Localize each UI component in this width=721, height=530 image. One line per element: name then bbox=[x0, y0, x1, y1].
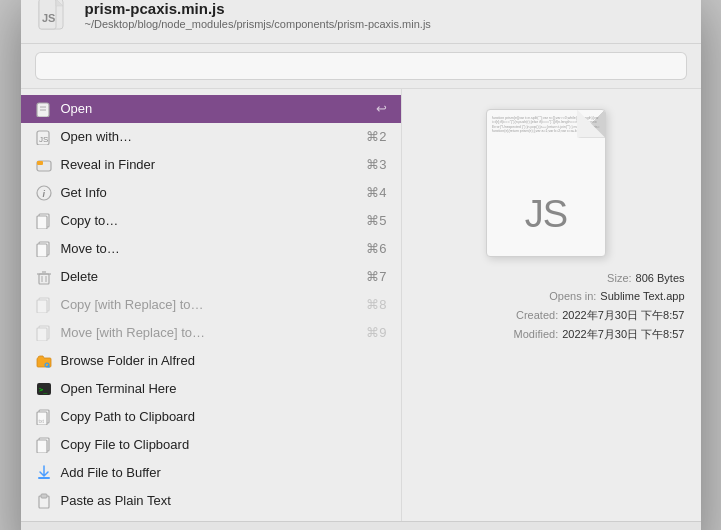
svg-line-27 bbox=[48, 366, 49, 367]
created-value: 2022年7月30日 下午8:57 bbox=[562, 306, 684, 325]
menu-item-copy-file[interactable]: Copy File to Clipboard bbox=[21, 431, 401, 459]
menu-item-label: Copy Path to Clipboard bbox=[61, 409, 387, 424]
file-meta: Size: 806 Bytes Opens in: Sublime Text.a… bbox=[418, 269, 685, 344]
header-title: prism-pcaxis.min.js bbox=[85, 0, 431, 17]
menu-item-shortcut: ⌘6 bbox=[366, 241, 386, 256]
menu-item-label: Browse Folder in Alfred bbox=[61, 353, 387, 368]
menu-item-shortcut: ↩ bbox=[376, 101, 387, 116]
modified-label: Modified: bbox=[514, 325, 559, 344]
search-input[interactable] bbox=[35, 52, 687, 80]
menu-item-get-info[interactable]: i Get Info ⌘4 bbox=[21, 179, 401, 207]
size-label: Size: bbox=[607, 269, 631, 288]
svg-rect-25 bbox=[37, 328, 47, 341]
open-icon bbox=[35, 100, 53, 118]
svg-rect-16 bbox=[37, 244, 47, 257]
svg-rect-14 bbox=[37, 216, 47, 229]
menu-item-open-with[interactable]: JS Open with… ⌘2 bbox=[21, 123, 401, 151]
menu-item-move-to[interactable]: Move to… ⌘6 bbox=[21, 235, 401, 263]
header: JS prism-pcaxis.min.js ~/Desktop/blog/no… bbox=[21, 0, 701, 44]
menu-item-shortcut: ⌘9 bbox=[366, 325, 386, 340]
file-text-preview: function prism(e){var t=e.split("");var … bbox=[492, 116, 600, 134]
opens-in-value: Sublime Text.app bbox=[600, 287, 684, 306]
svg-rect-35 bbox=[38, 477, 50, 479]
menu-item-move-replace: Move [with Replace] to… ⌘9 bbox=[21, 319, 401, 347]
menu-item-label: Delete bbox=[61, 269, 359, 284]
menu-item-open[interactable]: Open ↩ bbox=[21, 95, 401, 123]
file-header-icon: JS bbox=[37, 0, 73, 33]
info-icon: i bbox=[35, 184, 53, 202]
menu-item-copy-to[interactable]: Copy to… ⌘5 bbox=[21, 207, 401, 235]
open-with-icon: JS bbox=[35, 128, 53, 146]
copy-replace-icon bbox=[35, 296, 53, 314]
move-icon bbox=[35, 240, 53, 258]
menu-item-shortcut: ⌘3 bbox=[366, 157, 386, 172]
menu-item-label: Open with… bbox=[61, 129, 359, 144]
browse-folder-icon bbox=[35, 352, 53, 370]
menu-item-browse-folder[interactable]: Browse Folder in Alfred bbox=[21, 347, 401, 375]
svg-text:JS: JS bbox=[42, 12, 55, 24]
header-text: prism-pcaxis.min.js ~/Desktop/blog/node_… bbox=[85, 0, 431, 30]
menu-item-label: Open Terminal Here bbox=[61, 381, 387, 396]
menu-item-label: Reveal in Finder bbox=[61, 157, 359, 172]
menu-item-delete[interactable]: Delete ⌘7 bbox=[21, 263, 401, 291]
created-label: Created: bbox=[516, 306, 558, 325]
menu-item-open-terminal[interactable]: >_ Open Terminal Here bbox=[21, 375, 401, 403]
copy-icon bbox=[35, 212, 53, 230]
menu-item-label: Paste as Plain Text bbox=[61, 493, 387, 508]
menu-item-label: Copy File to Clipboard bbox=[61, 437, 387, 452]
menu-item-paste-plain[interactable]: Paste as Plain Text bbox=[21, 487, 401, 515]
footer: Open in default application Alfred Updat… bbox=[21, 521, 701, 531]
modified-value: 2022年7月30日 下午8:57 bbox=[562, 325, 684, 344]
menu-item-label: Move to… bbox=[61, 241, 359, 256]
opens-in-label: Opens in: bbox=[549, 287, 596, 306]
header-subtitle: ~/Desktop/blog/node_modules/prismjs/comp… bbox=[85, 18, 431, 30]
svg-rect-37 bbox=[41, 494, 47, 498]
menu-item-label: Copy to… bbox=[61, 213, 359, 228]
menu-item-label: Copy [with Replace] to… bbox=[61, 297, 359, 312]
menu-item-shortcut: ⌘2 bbox=[366, 129, 386, 144]
svg-text:JS: JS bbox=[39, 135, 48, 144]
svg-rect-17 bbox=[39, 274, 49, 284]
menu-item-label: Open bbox=[61, 101, 368, 116]
paste-icon bbox=[35, 492, 53, 510]
size-value: 806 Bytes bbox=[636, 269, 685, 288]
finder-icon bbox=[35, 156, 53, 174]
menu-item-label: Add File to Buffer bbox=[61, 465, 387, 480]
copy-file-icon bbox=[35, 436, 53, 454]
menu-item-shortcut: ⌘8 bbox=[366, 297, 386, 312]
svg-text:>_: >_ bbox=[39, 386, 48, 394]
menu-item-copy-path[interactable]: txt Copy Path to Clipboard bbox=[21, 403, 401, 431]
buffer-icon bbox=[35, 464, 53, 482]
alfred-window: JS prism-pcaxis.min.js ~/Desktop/blog/no… bbox=[21, 0, 701, 530]
move-replace-icon bbox=[35, 324, 53, 342]
menu-item-shortcut: ⌘7 bbox=[366, 269, 386, 284]
menu-item-copy-replace: Copy [with Replace] to… ⌘8 bbox=[21, 291, 401, 319]
svg-rect-10 bbox=[37, 161, 43, 165]
svg-rect-23 bbox=[37, 300, 47, 313]
file-type-label: JS bbox=[487, 193, 605, 236]
menu-item-label: Move [with Replace] to… bbox=[61, 325, 359, 340]
file-preview-icon: function prism(e){var t=e.split("");var … bbox=[486, 109, 616, 259]
preview-panel: function prism(e){var t=e.split("");var … bbox=[401, 89, 701, 521]
menu-list: Open ↩ JS Open with… ⌘2 Reveal in Finder… bbox=[21, 89, 401, 521]
content-area: Open ↩ JS Open with… ⌘2 Reveal in Finder… bbox=[21, 89, 701, 521]
menu-item-add-buffer[interactable]: Add File to Buffer bbox=[21, 459, 401, 487]
menu-item-shortcut: ⌘5 bbox=[366, 213, 386, 228]
menu-item-reveal-in-finder[interactable]: Reveal in Finder ⌘3 bbox=[21, 151, 401, 179]
svg-rect-34 bbox=[37, 440, 47, 453]
trash-icon bbox=[35, 268, 53, 286]
menu-item-label: Get Info bbox=[61, 185, 359, 200]
svg-text:i: i bbox=[42, 189, 45, 199]
copy-path-icon: txt bbox=[35, 408, 53, 426]
menu-item-shortcut: ⌘4 bbox=[366, 185, 386, 200]
terminal-icon: >_ bbox=[35, 380, 53, 398]
svg-text:txt: txt bbox=[38, 418, 44, 424]
search-bar bbox=[21, 44, 701, 89]
